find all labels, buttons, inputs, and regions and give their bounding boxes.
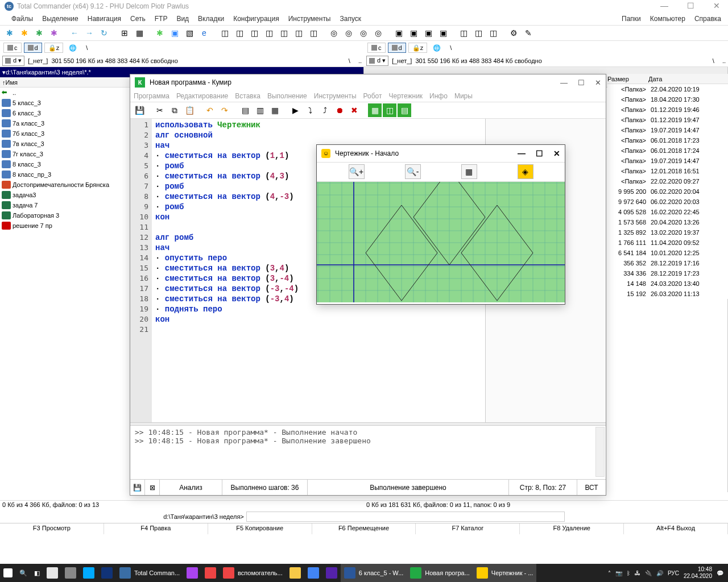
file-row[interactable]: <Папка>01.12.2019 19:47 bbox=[607, 115, 728, 125]
tc-menu-item[interactable]: Файлы bbox=[7, 14, 38, 24]
file-row[interactable]: 1 325 89213.02.2020 19:37 bbox=[607, 227, 728, 238]
file-row[interactable]: <Папка>19.07.2019 14:47 bbox=[607, 125, 728, 135]
ftp-icon[interactable]: ▣ bbox=[168, 27, 181, 39]
kumir-menu-item[interactable]: Инфо bbox=[429, 92, 448, 100]
file-row[interactable]: 1 766 11111.04.2020 09:52 bbox=[607, 238, 728, 248]
drive-z[interactable]: 🔒z bbox=[44, 43, 64, 53]
copy-icon[interactable]: ⧉ bbox=[168, 103, 181, 117]
kumir-title-bar[interactable]: К Новая программа - Кумир ― ☐ ✕ bbox=[130, 74, 606, 90]
kumir-menu-item[interactable]: Редактирование bbox=[176, 92, 228, 100]
c2-icon[interactable]: ◫ bbox=[472, 27, 485, 39]
taskbar-item[interactable] bbox=[286, 564, 304, 582]
a1-icon[interactable]: ◎ bbox=[328, 27, 340, 39]
net-icon[interactable]: ✱ bbox=[154, 27, 166, 39]
b2-icon[interactable]: ▣ bbox=[407, 27, 420, 39]
file-row[interactable]: 6 541 18410.01.2020 12:25 bbox=[607, 248, 728, 258]
fn-button[interactable]: Alt+F4 Выход bbox=[624, 523, 728, 534]
file-row[interactable]: <Папка>22.04.2020 10:19 bbox=[607, 84, 728, 94]
file-row[interactable]: 15 19226.03.2020 11:13 bbox=[607, 289, 728, 299]
drive-c-r[interactable]: c bbox=[367, 43, 386, 53]
a4-icon[interactable]: ◎ bbox=[372, 27, 384, 39]
taskbar-item[interactable] bbox=[322, 564, 341, 582]
tray-net-icon[interactable]: 🖧 bbox=[635, 570, 640, 576]
root-btn-left[interactable]: \ bbox=[344, 57, 355, 64]
b4-icon[interactable]: ▣ bbox=[437, 27, 449, 39]
g3-icon[interactable]: ◫ bbox=[248, 27, 260, 39]
taskbar-item[interactable] bbox=[183, 564, 201, 582]
drive-z-r[interactable]: 🔒z bbox=[408, 43, 428, 53]
tc-menu-item[interactable]: FTP bbox=[150, 14, 172, 24]
a3-icon[interactable]: ◎ bbox=[357, 27, 370, 39]
star2-icon[interactable]: ✱ bbox=[33, 27, 46, 39]
folder-open-icon[interactable]: ▦ bbox=[133, 27, 146, 39]
g5-icon[interactable]: ◫ bbox=[278, 27, 290, 39]
kumir-menu-item[interactable]: Чертежник bbox=[389, 92, 423, 100]
refresh-icon[interactable]: ✱ bbox=[3, 27, 16, 39]
tc-menu-item[interactable]: Запуск bbox=[336, 14, 366, 24]
taskbar-item[interactable]: Total Comman... bbox=[116, 564, 183, 582]
file-row[interactable]: <Папка>06.01.2018 17:23 bbox=[607, 135, 728, 146]
search-button[interactable]: 🔍 bbox=[16, 564, 31, 582]
tray-vol-icon[interactable]: 🔊 bbox=[656, 570, 663, 576]
col-name[interactable]: Имя bbox=[6, 79, 18, 86]
tc-menu-item[interactable]: Сеть bbox=[126, 14, 150, 24]
save-icon[interactable]: 💾 bbox=[133, 103, 146, 117]
a2-icon[interactable]: ◎ bbox=[342, 27, 355, 39]
fn-button[interactable]: F6 Перемещение bbox=[312, 523, 416, 534]
doc1-icon[interactable]: ▤ bbox=[238, 103, 252, 117]
tray-bt-icon[interactable]: ᛒ bbox=[627, 570, 630, 576]
g2-icon[interactable]: ◫ bbox=[233, 27, 246, 39]
d2-icon[interactable]: ✎ bbox=[522, 27, 535, 39]
kumir-minimize[interactable]: ― bbox=[560, 78, 568, 87]
layout3-icon[interactable]: ▤ bbox=[398, 103, 411, 117]
kumir-close[interactable]: ✕ bbox=[595, 78, 601, 87]
tray-clock[interactable]: 10:48 22.04.2020 bbox=[684, 566, 712, 580]
file-row[interactable]: 1 573 56820.04.2020 13:26 bbox=[607, 217, 728, 227]
system-tray[interactable]: ˄ 📷 ᛒ 🖧 🔌 🔊 РУС 10:48 22.04.2020 💬 bbox=[608, 566, 728, 580]
c1-icon[interactable]: ◫ bbox=[457, 27, 470, 39]
grid-icon[interactable]: ▦ bbox=[461, 164, 477, 179]
file-row[interactable]: 356 35228.12.2019 17:16 bbox=[607, 258, 728, 268]
layout1-icon[interactable]: ▦ bbox=[368, 103, 382, 117]
kumir-maximize[interactable]: ☐ bbox=[578, 78, 585, 87]
tray-chevron-icon[interactable]: ˄ bbox=[608, 570, 611, 576]
taskbar-item[interactable]: Новая програ... bbox=[407, 564, 473, 582]
drive-c[interactable]: c bbox=[3, 43, 22, 53]
fn-button[interactable]: F5 Копирование bbox=[208, 523, 312, 534]
d1-icon[interactable]: ⚙ bbox=[507, 27, 520, 39]
doc2-icon[interactable]: ▥ bbox=[253, 103, 267, 117]
kumir-menu-item[interactable]: Программа bbox=[134, 92, 169, 100]
cmdline-input[interactable] bbox=[246, 512, 565, 522]
scrollbar[interactable] bbox=[595, 427, 605, 477]
cut-icon[interactable]: ✂ bbox=[153, 103, 167, 117]
run-icon[interactable]: ▶ bbox=[288, 103, 302, 117]
taskview-button[interactable]: ◧ bbox=[31, 564, 43, 582]
zoom-in-icon[interactable]: 🔍+ bbox=[349, 164, 365, 179]
drive-d-r[interactable]: d bbox=[388, 43, 406, 53]
status-save-icon[interactable]: 💾 bbox=[130, 480, 145, 495]
b3-icon[interactable]: ▣ bbox=[422, 27, 435, 39]
reload-icon[interactable]: ↻ bbox=[98, 27, 110, 39]
taskbar-item[interactable] bbox=[80, 564, 98, 582]
x-icon[interactable]: ✖ bbox=[348, 103, 361, 117]
tray-power-icon[interactable]: 🔌 bbox=[645, 570, 652, 576]
kumir-menu-item[interactable]: Миры bbox=[454, 92, 473, 100]
drive-net-r[interactable]: 🌐 bbox=[429, 43, 444, 53]
back-icon[interactable]: ← bbox=[68, 27, 81, 39]
fn-button[interactable]: F7 Каталог bbox=[416, 523, 520, 534]
tc-menu-item[interactable]: Выделение bbox=[38, 14, 83, 24]
draw-minimize[interactable]: ― bbox=[518, 149, 526, 158]
stepover-icon[interactable]: ⤴ bbox=[318, 103, 332, 117]
fn-button[interactable]: F3 Просмотр bbox=[0, 523, 104, 534]
tc-menu-item[interactable]: Компьютер bbox=[646, 14, 690, 24]
draw-maximize[interactable]: ☐ bbox=[536, 149, 543, 158]
c3-icon[interactable]: ◫ bbox=[487, 27, 499, 39]
drive-select-left[interactable]: d ▾ bbox=[2, 56, 24, 66]
drive-d[interactable]: d bbox=[24, 43, 42, 53]
tc-menu-item[interactable]: Вид bbox=[172, 14, 193, 24]
file-row[interactable]: <Папка>19.07.2019 14:47 bbox=[607, 156, 728, 166]
fn-button[interactable]: F8 Удаление bbox=[520, 523, 624, 534]
tc-menu-item[interactable]: Инструменты bbox=[284, 14, 336, 24]
g1-icon[interactable]: ◫ bbox=[218, 27, 231, 39]
tc-menu-item[interactable]: Конфигурация bbox=[229, 14, 284, 24]
